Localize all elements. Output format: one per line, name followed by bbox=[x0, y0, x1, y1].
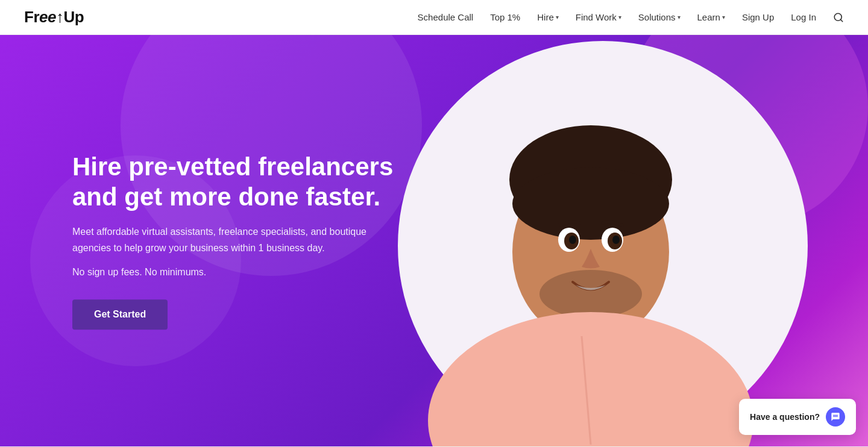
hero-title: Hire pre-vetted freelancers and get more… bbox=[72, 152, 404, 213]
nav-top-1-label: Top 1% bbox=[490, 12, 520, 22]
nav-log-in[interactable]: Log In bbox=[791, 12, 816, 22]
find-work-chevron-icon: ▾ bbox=[618, 14, 621, 20]
nav-solutions[interactable]: Solutions ▾ bbox=[638, 12, 681, 22]
nav-hire-label: Hire bbox=[537, 12, 554, 22]
main-nav: Schedule Call Top 1% Hire ▾ Find Work ▾ … bbox=[418, 12, 844, 23]
chat-label: Have a question? bbox=[750, 412, 820, 422]
nav-sign-up[interactable]: Sign Up bbox=[742, 12, 774, 22]
learn-chevron-icon: ▾ bbox=[722, 14, 725, 20]
nav-hire[interactable]: Hire ▾ bbox=[537, 12, 559, 22]
search-icon bbox=[833, 12, 844, 23]
svg-point-6 bbox=[512, 167, 669, 240]
chat-icon bbox=[831, 412, 840, 422]
nav-learn[interactable]: Learn ▾ bbox=[697, 12, 725, 22]
nav-schedule-call[interactable]: Schedule Call bbox=[418, 12, 474, 22]
hero-content: Hire pre-vetted freelancers and get more… bbox=[72, 152, 404, 330]
svg-point-13 bbox=[539, 270, 642, 318]
nav-top-1[interactable]: Top 1% bbox=[490, 12, 520, 22]
nav-find-work[interactable]: Find Work ▾ bbox=[576, 12, 621, 22]
hero-no-fees: No sign up fees. No minimums. bbox=[72, 267, 404, 278]
hire-chevron-icon: ▾ bbox=[556, 14, 559, 20]
chat-bubble-icon bbox=[826, 407, 845, 427]
nav-solutions-label: Solutions bbox=[638, 12, 676, 22]
nav-sign-up-label: Sign Up bbox=[742, 12, 774, 22]
nav-schedule-call-label: Schedule Call bbox=[418, 12, 474, 22]
solutions-chevron-icon: ▾ bbox=[678, 14, 681, 20]
chat-widget[interactable]: Have a question? bbox=[739, 399, 856, 435]
hero-section: Hire pre-vetted freelancers and get more… bbox=[0, 35, 868, 446]
svg-line-1 bbox=[840, 19, 842, 21]
header: Free↑Up Schedule Call Top 1% Hire ▾ Find… bbox=[0, 0, 868, 35]
hero-person bbox=[374, 35, 808, 446]
nav-learn-label: Learn bbox=[697, 12, 720, 22]
svg-point-12 bbox=[612, 236, 620, 244]
person-illustration bbox=[404, 35, 778, 446]
svg-point-11 bbox=[569, 236, 576, 244]
nav-log-in-label: Log In bbox=[791, 12, 816, 22]
logo[interactable]: Free↑Up bbox=[24, 8, 84, 27]
svg-point-14 bbox=[428, 312, 753, 446]
hero-subtitle: Meet affordable virtual assistants, free… bbox=[72, 225, 374, 257]
search-button[interactable] bbox=[833, 12, 844, 23]
hero-cta-button[interactable]: Get Started bbox=[72, 299, 168, 330]
nav-find-work-label: Find Work bbox=[576, 12, 617, 22]
